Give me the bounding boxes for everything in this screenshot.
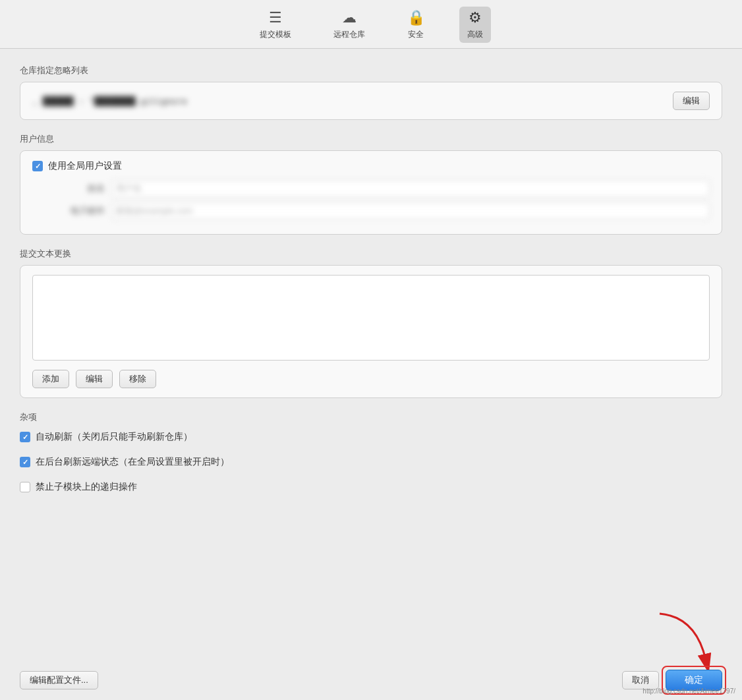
name-label: 姓名: [32, 183, 111, 194]
toolbar-label-advanced: 高级: [467, 29, 483, 40]
watermark: http://blog.csdn.net/Aimee1797/: [642, 687, 735, 695]
ignore-list-title: 仓库指定忽略列表: [20, 65, 722, 76]
misc-title: 杂项: [20, 411, 722, 423]
auto-refresh-label: 自动刷新（关闭后只能手动刷新仓库）: [36, 431, 192, 443]
remote-repo-icon: ☁: [342, 9, 357, 26]
commit-text-btn-row: 添加 编辑 移除: [32, 370, 710, 388]
name-row: 姓名: [32, 180, 710, 197]
bg-refresh-label: 在后台刷新远端状态（在全局设置里被开启时）: [36, 456, 229, 468]
commit-text-textarea[interactable]: [32, 275, 710, 361]
email-input[interactable]: [111, 202, 710, 219]
email-row: 电子邮件: [32, 202, 710, 219]
main-content: 仓库指定忽略列表 , ██████ : "████████.gitignore …: [0, 49, 742, 660]
disable-submodule-checkbox[interactable]: [20, 482, 30, 492]
disable-submodule-label: 禁止子模块上的递归操作: [36, 481, 137, 493]
user-info-section: 使用全局用户设置 姓名 电子邮件: [20, 150, 722, 235]
bg-refresh-checkbox[interactable]: [20, 457, 30, 467]
ignore-list-section: , ██████ : "████████.gitignore 编辑: [20, 82, 722, 120]
toolbar: ☰ 提交模板 ☁ 远程仓库 🔒 安全 ⚙ 高级: [0, 0, 742, 49]
user-info-title: 用户信息: [20, 133, 722, 145]
toolbar-label-security: 安全: [408, 29, 424, 40]
add-button[interactable]: 添加: [32, 370, 69, 388]
edit-gitignore-button[interactable]: 编辑: [673, 92, 710, 110]
use-global-checkbox[interactable]: [32, 161, 43, 171]
security-icon: 🔒: [407, 9, 425, 26]
bottom-bar: 编辑配置文件... 取消 确定: [0, 660, 742, 700]
gitignore-path: , ██████ : "████████.gitignore: [32, 96, 187, 106]
auto-refresh-checkbox[interactable]: [20, 432, 30, 442]
commit-text-section: 添加 编辑 移除: [20, 265, 722, 398]
toolbar-label-remote-repo: 远程仓库: [333, 29, 365, 40]
toolbar-item-remote-repo[interactable]: ☁ 远程仓库: [326, 7, 373, 43]
name-input[interactable]: [111, 180, 710, 197]
commit-template-icon: ☰: [269, 9, 282, 26]
remove-button[interactable]: 移除: [119, 370, 156, 388]
edit-commit-button[interactable]: 编辑: [76, 370, 113, 388]
misc-items-list: 自动刷新（关闭后只能手动刷新仓库） 在后台刷新远端状态（在全局设置里被开启时） …: [20, 428, 722, 504]
toolbar-item-security[interactable]: 🔒 安全: [399, 7, 433, 43]
bg-refresh-row: 在后台刷新远端状态（在全局设置里被开启时）: [20, 456, 722, 468]
toolbar-item-commit-template[interactable]: ☰ 提交模板: [252, 7, 299, 43]
use-global-label: 使用全局用户设置: [48, 160, 122, 172]
gitignore-row: , ██████ : "████████.gitignore 编辑: [32, 92, 710, 110]
cancel-button[interactable]: 取消: [622, 671, 659, 689]
auto-refresh-row: 自动刷新（关闭后只能手动刷新仓库）: [20, 431, 722, 443]
commit-text-title: 提交文本更换: [20, 248, 722, 260]
email-label: 电子邮件: [32, 205, 111, 217]
toolbar-item-advanced[interactable]: ⚙ 高级: [459, 7, 491, 43]
use-global-settings-row: 使用全局用户设置: [32, 160, 710, 172]
advanced-icon: ⚙: [469, 9, 482, 26]
misc-section: 自动刷新（关闭后只能手动刷新仓库） 在后台刷新远端状态（在全局设置里被开启时） …: [20, 428, 722, 504]
disable-submodule-row: 禁止子模块上的递归操作: [20, 481, 722, 493]
edit-config-button[interactable]: 编辑配置文件...: [20, 671, 98, 689]
toolbar-label-commit-template: 提交模板: [260, 29, 291, 40]
